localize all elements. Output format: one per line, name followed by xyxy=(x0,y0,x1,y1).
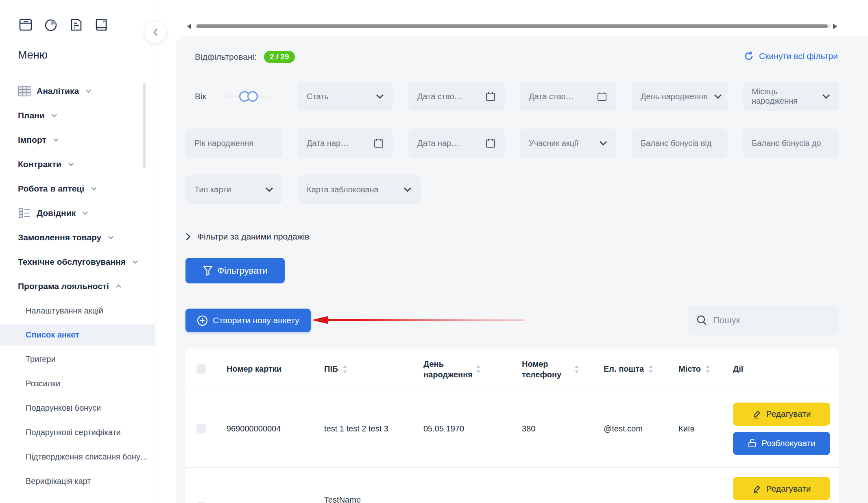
sort-icon[interactable] xyxy=(705,365,711,374)
table-row: 000022 TestName TestSurname 15.08.1980 3… xyxy=(185,468,839,503)
sidebar-item-label: Замовлення товару xyxy=(18,233,101,242)
age-range-slider[interactable] xyxy=(223,95,269,98)
header-actions: Дії xyxy=(733,364,743,374)
sort-icon[interactable] xyxy=(475,365,481,374)
filter-button-label: Фільтрувати xyxy=(218,266,268,276)
filter-label: Дата нар… xyxy=(417,139,459,148)
sidebar-subitem-gift-certificates[interactable]: Подарункові сертифікати xyxy=(0,422,155,443)
document-icon[interactable] xyxy=(67,15,85,34)
select-all-checkbox[interactable] xyxy=(196,364,206,374)
header-card-number: Номер картки xyxy=(227,364,281,374)
chevron-down-icon xyxy=(51,113,57,118)
funnel-icon xyxy=(203,266,213,276)
header-email: Ел. пошта xyxy=(604,364,644,374)
bonus-from-input[interactable] xyxy=(641,139,719,148)
sidebar-subitem-mailings[interactable]: Розсилки xyxy=(0,373,155,394)
archive-icon[interactable] xyxy=(16,15,35,34)
sort-icon[interactable] xyxy=(574,365,580,374)
filter-bonus-to-input[interactable] xyxy=(743,128,839,158)
sidebar-subitem-promo-settings[interactable]: Налаштування акцій xyxy=(0,300,155,322)
book-icon[interactable] xyxy=(92,15,111,34)
sort-icon[interactable] xyxy=(648,365,654,374)
sidebar-item-plans[interactable]: Плани xyxy=(18,109,57,122)
filter-label: Тип карти xyxy=(194,185,231,194)
filter-birth-day-select[interactable]: День народження xyxy=(632,82,728,111)
sidebar-item-goods-order[interactable]: Замовлення товару xyxy=(18,231,114,244)
refresh-icon xyxy=(744,51,754,61)
bonus-to-input[interactable] xyxy=(752,139,830,148)
cell-phone: 380 xyxy=(522,424,535,433)
filter-birth-date-from[interactable]: Дата нар… xyxy=(298,128,393,158)
sidebar-item-loyalty-program[interactable]: Програма лояльності xyxy=(18,280,122,293)
filter-date-created-to[interactable]: Дата ство… xyxy=(520,82,616,111)
filtered-counter: Відфільтровані: 2 / 29 xyxy=(195,51,295,63)
sidebar-item-pharmacy-work[interactable]: Робота в аптеці xyxy=(18,182,97,195)
sidebar-subitem-card-verification[interactable]: Верифікація карт xyxy=(0,470,155,492)
chevron-down-icon xyxy=(265,187,273,192)
cell-full-name: TestName xyxy=(324,493,423,503)
chevron-down-icon xyxy=(822,94,830,99)
edit-button-label: Редагувати xyxy=(766,484,811,494)
header-birthday: День народження xyxy=(423,359,471,380)
filter-label: Дата ство… xyxy=(417,92,462,101)
filter-card-type-select[interactable]: Тип карти xyxy=(185,175,282,204)
sidebar-subitem-questionnaire-list[interactable]: Список анкет xyxy=(0,324,155,346)
cell-city: Київ xyxy=(678,424,694,433)
filter-card-blocked-select[interactable]: Карта заблокована xyxy=(298,175,421,204)
birth-year-input[interactable] xyxy=(194,139,273,148)
pie-chart-icon[interactable] xyxy=(41,15,60,34)
calendar-icon xyxy=(485,91,496,102)
search-input[interactable] xyxy=(713,315,830,326)
filter-birth-month-select[interactable]: Місяць народження xyxy=(743,82,839,111)
filter-button[interactable]: Фільтрувати xyxy=(185,258,285,283)
edit-button-label: Редагувати xyxy=(766,409,811,419)
sidebar-item-directory[interactable]: Довідник xyxy=(18,207,88,220)
filter-label: Стать xyxy=(307,92,329,101)
sort-icon[interactable] xyxy=(342,365,348,374)
plus-circle-icon xyxy=(197,315,208,326)
sidebar-item-label: Плани xyxy=(18,111,45,120)
sidebar-item-label: Аналітика xyxy=(37,86,79,96)
filter-bonus-from-input[interactable] xyxy=(632,128,728,158)
filter-label: Учасник акції xyxy=(529,139,578,148)
create-questionnaire-button[interactable]: Створити нову анкету xyxy=(185,309,311,332)
filter-date-created-from[interactable]: Дата ство… xyxy=(408,82,505,111)
chevron-down-icon xyxy=(376,94,384,99)
sidebar-collapse-button[interactable] xyxy=(144,21,166,43)
filter-birth-year-input[interactable] xyxy=(185,128,282,158)
subitem-label: Подарункові бонуси xyxy=(26,403,101,413)
row-checkbox[interactable] xyxy=(196,424,206,433)
filter-promo-member-select[interactable]: Учасник акції xyxy=(520,128,616,158)
filter-gender-select[interactable]: Стать xyxy=(298,82,393,111)
age-slider-handle-max[interactable] xyxy=(247,91,258,102)
sidebar-subitem-bonus-writeoff-confirm[interactable]: Підтвердження списання бону… xyxy=(0,446,155,468)
header-phone: Номер телефону xyxy=(522,359,570,380)
sidebar-item-contracts[interactable]: Контракти xyxy=(18,158,74,171)
filter-birth-date-to[interactable]: Дата нар… xyxy=(408,128,505,158)
sidebar-item-label: Технічне обслуговування xyxy=(18,257,126,267)
sidebar-top-icons xyxy=(16,15,111,34)
sidebar-scrollbar[interactable] xyxy=(143,83,146,168)
cell-email: @test.com xyxy=(604,424,643,433)
reset-filters-link[interactable]: Скинути всі фільтри xyxy=(744,51,838,61)
create-button-label: Створити нову анкету xyxy=(213,316,299,325)
table-row: 969000000004 test 1 test 2 test 3 05.05.… xyxy=(185,390,839,468)
chevron-up-icon xyxy=(116,284,122,288)
edit-button[interactable]: Редагувати xyxy=(733,477,830,500)
chevron-down-icon xyxy=(599,141,607,146)
edit-button[interactable]: Редагувати xyxy=(733,403,830,426)
unblock-button[interactable]: Розблокувати xyxy=(733,432,830,455)
sidebar-item-import[interactable]: Імпорт xyxy=(18,133,59,146)
sidebar-item-maintenance[interactable]: Технічне обслуговування xyxy=(18,255,138,268)
sidebar-subitem-triggers[interactable]: Тригери xyxy=(0,348,155,370)
reset-filters-label: Скинути всі фільтри xyxy=(759,51,838,61)
sidebar-subitem-gift-bonuses[interactable]: Подарункові бонуси xyxy=(0,397,155,419)
menu-title: Меню xyxy=(18,49,48,61)
subitem-label: Список анкет xyxy=(26,330,79,340)
filtered-label: Відфільтровані: xyxy=(195,52,257,62)
subitem-label: Розсилки xyxy=(26,379,60,388)
sidebar-item-analytics[interactable]: Аналітика xyxy=(18,85,92,98)
chevron-down-icon xyxy=(68,162,74,166)
unlock-icon xyxy=(748,438,757,448)
sales-filters-toggle[interactable]: Фільтри за даними продажів xyxy=(185,232,310,242)
